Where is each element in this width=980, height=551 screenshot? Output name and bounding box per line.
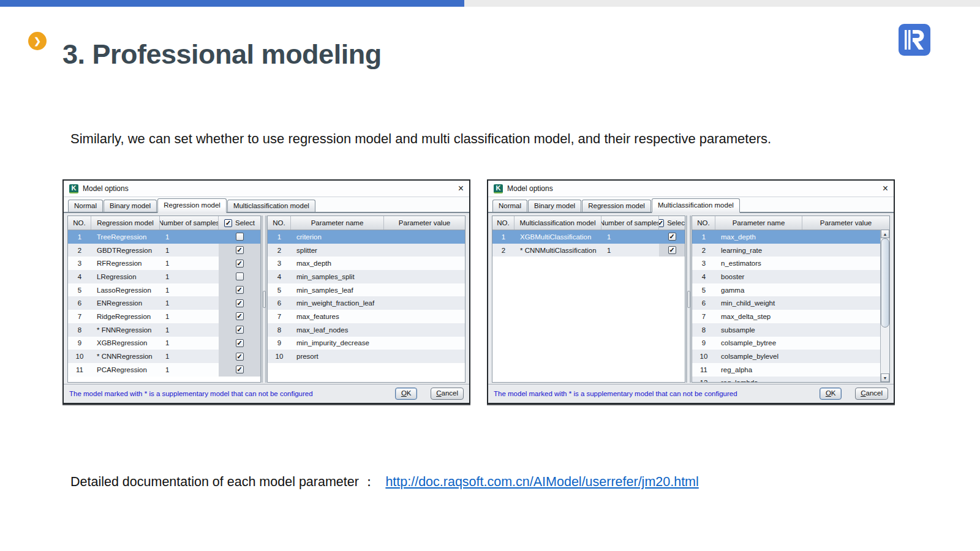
table-row[interactable]: 10presort [268, 350, 465, 363]
ok-button[interactable]: OK [820, 388, 842, 400]
cell-no: 5 [692, 287, 715, 294]
cell-select: ✓ [219, 257, 260, 270]
scroll-up-icon[interactable]: ▲ [881, 230, 889, 238]
table-row[interactable]: 1criterion [268, 230, 465, 244]
table-row[interactable]: 5gamma [692, 283, 889, 297]
table-row[interactable]: 4booster [692, 270, 889, 283]
splitter-handle[interactable] [262, 216, 266, 383]
cell-param-name: max_features [291, 313, 384, 320]
table-row[interactable]: 3max_depth [268, 257, 465, 270]
table-row[interactable]: 10* CNNRegression1✓ [68, 350, 260, 363]
cell-no: 7 [692, 313, 715, 320]
select-checkbox[interactable]: ✓ [236, 246, 244, 254]
table-row[interactable]: 1TreeRegression1 [68, 230, 260, 244]
select-checkbox[interactable]: ✓ [236, 365, 244, 373]
select-all-checkbox[interactable]: ✓ [224, 219, 232, 227]
select-checkbox[interactable]: ✓ [236, 312, 244, 320]
table-row[interactable]: 12reg_lambda [692, 377, 889, 383]
tab-multiclassification-model[interactable]: Multiclassification model [652, 198, 740, 213]
select-checkbox[interactable]: ✓ [236, 339, 244, 347]
cell-param-name: max_depth [291, 260, 384, 267]
vertical-scrollbar[interactable]: ▲▼ [880, 230, 889, 382]
tab-binary-model[interactable]: Binary model [104, 200, 157, 212]
app-icon: K [69, 184, 78, 193]
table-row[interactable]: 7max_features [268, 310, 465, 323]
select-checkbox[interactable]: ✓ [236, 286, 244, 294]
select-checkbox[interactable]: ✓ [236, 299, 244, 307]
table-row[interactable]: 3n_estimators [692, 257, 889, 270]
table-row[interactable]: 8* FNNRegression1✓ [68, 323, 260, 337]
close-icon[interactable]: × [458, 184, 464, 193]
table-row[interactable]: 4min_samples_split [268, 270, 465, 283]
cell-samples: 1 [160, 366, 219, 373]
cell-no: 3 [268, 260, 291, 267]
table-row[interactable]: 5LassoRegression1✓ [68, 283, 260, 297]
table-row[interactable]: 11reg_alpha [692, 363, 889, 377]
table-row[interactable]: 9min_impurity_decrease [268, 337, 465, 350]
table-row[interactable]: 7RidgeRegression1✓ [68, 310, 260, 323]
cell-no: 8 [268, 326, 291, 334]
cell-param-name: colsample_bytree [715, 339, 802, 347]
table-row[interactable]: 1max_depth [692, 230, 889, 244]
select-checkbox[interactable] [236, 272, 244, 280]
tab-normal[interactable]: Normal [492, 200, 527, 212]
cell-select [219, 230, 260, 244]
table-filler [492, 257, 685, 382]
tab-normal[interactable]: Normal [68, 200, 103, 212]
table-row[interactable]: 6min_weight_fraction_leaf [268, 296, 465, 310]
cell-param-name: min_impurity_decrease [291, 339, 384, 347]
table-row[interactable]: 2* CNNMultiClassification1✓ [492, 244, 685, 257]
table-row[interactable]: 9colsample_bytree [692, 337, 889, 350]
select-checkbox[interactable]: ✓ [236, 260, 244, 268]
table-row[interactable]: 6min_child_weight [692, 296, 889, 310]
table-row[interactable]: 7max_delta_step [692, 310, 889, 323]
scrollbar-thumb[interactable] [881, 238, 889, 328]
tab-regression-model[interactable]: Regression model [157, 198, 227, 213]
select-checkbox[interactable]: ✓ [236, 353, 244, 361]
select-checkbox[interactable] [236, 233, 244, 241]
cell-param-name: reg_lambda [715, 379, 802, 383]
table-row[interactable]: 11PCARegression1✓ [68, 363, 260, 377]
scrollbar-track[interactable] [881, 238, 889, 373]
splitter-grip [687, 291, 690, 308]
cell-param-name: max_leaf_nodes [291, 326, 384, 334]
table-row[interactable]: 3RFRegression1✓ [68, 257, 260, 270]
tab-multiclassification-model[interactable]: Multiclassification model [227, 200, 315, 212]
cell-param-name: reg_alpha [715, 366, 802, 373]
select-checkbox[interactable]: ✓ [236, 326, 244, 334]
tab-regression-model[interactable]: Regression model [582, 200, 651, 212]
ok-button[interactable]: OK [395, 388, 417, 400]
top-accent-bar [0, 0, 464, 7]
table-row[interactable]: 1XGBMultiClassification1✓ [492, 230, 685, 244]
close-icon[interactable]: × [883, 184, 888, 193]
doc-footer: Detailed documentation of each model par… [70, 473, 699, 490]
regression-model-dialog: KModel options×NormalBinary modelRegress… [62, 179, 470, 404]
cell-model-name: * FNNRegression [91, 326, 160, 334]
select-all-checkbox[interactable]: ✓ [659, 219, 664, 227]
cell-param-name: colsample_bylevel [715, 353, 802, 360]
table-row[interactable]: 9XGBRegression1✓ [68, 337, 260, 350]
table-row[interactable]: 5min_samples_leaf [268, 283, 465, 297]
table-row[interactable]: 8max_leaf_nodes [268, 323, 465, 337]
table-row[interactable]: 8subsample [692, 323, 889, 337]
select-checkbox[interactable]: ✓ [668, 233, 676, 241]
cell-select [219, 270, 260, 283]
table-row[interactable]: 6ENRegression1✓ [68, 296, 260, 310]
select-checkbox[interactable]: ✓ [668, 246, 676, 254]
table-row[interactable]: 2GBDTRegression1✓ [68, 244, 260, 257]
cancel-button[interactable]: Cancel [855, 388, 888, 400]
app-icon: K [494, 184, 503, 193]
splitter-handle[interactable] [686, 216, 691, 383]
cell-param-name: min_child_weight [715, 299, 802, 307]
table-row[interactable]: 10colsample_bylevel [692, 350, 889, 363]
table-row[interactable]: 2learning_rate [692, 244, 889, 257]
param-header-parameter-value: Parameter value [802, 216, 889, 230]
dialog-titlebar: KModel options× [64, 181, 469, 197]
tab-binary-model[interactable]: Binary model [528, 200, 581, 212]
table-row[interactable]: 4LRegression1 [68, 270, 260, 283]
table-row[interactable]: 2splitter [268, 244, 465, 257]
cancel-button[interactable]: Cancel [431, 388, 464, 400]
scroll-down-icon[interactable]: ▼ [881, 373, 889, 382]
cell-no: 8 [692, 326, 715, 334]
doc-link[interactable]: http://doc.raqsoft.com.cn/AIModel/userre… [385, 474, 698, 489]
